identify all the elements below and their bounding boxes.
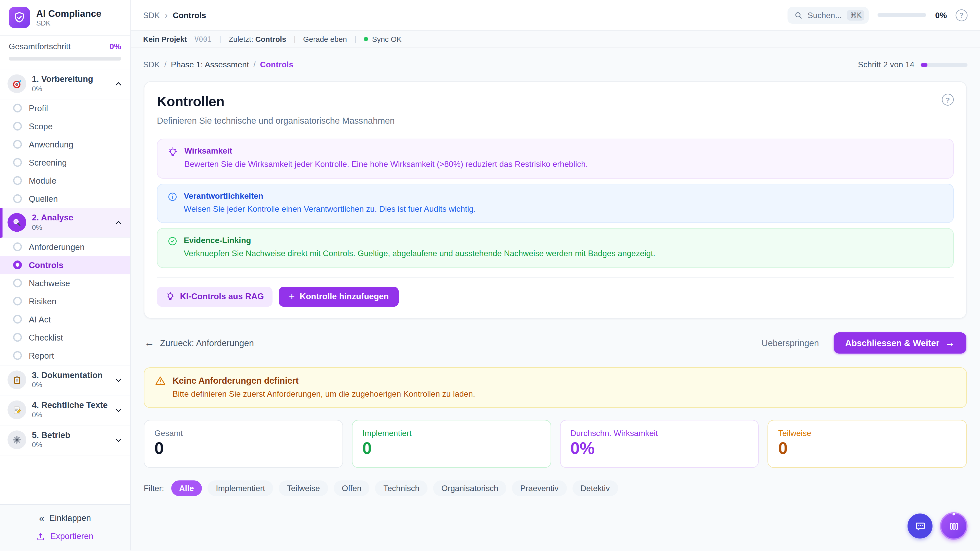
app-subtitle: SDK [36,19,101,27]
radio-circle-icon [13,195,22,203]
add-control-button[interactable]: + Kontrolle hinzufuegen [279,286,399,306]
sidebar-item-report[interactable]: Report [0,347,130,365]
divider: | [294,35,296,43]
info-icon [167,192,177,214]
step-indicator: Schritt 2 von 14 [858,60,915,69]
project-version: V001 [194,35,212,43]
section-label: 3. Dokumentation [32,370,103,381]
chevron-up-icon [115,219,123,227]
overall-progress: Gesamtfortschritt 0% [0,36,130,69]
overall-progress-bar [9,57,121,61]
radio-circle-icon [13,351,22,360]
filter-pill-praeventiv[interactable]: Praeventiv [512,481,566,496]
chat-bubble-icon [914,520,926,532]
kontrollen-card: Kontrollen Definieren Sie technische und… [144,81,967,318]
sidebar-item-nachweise[interactable]: Nachweise [0,274,130,292]
last-saved-time: Gerade eben [303,35,347,43]
sidebar-section-dokumentation[interactable]: 3. Dokumentation 0% [0,365,130,395]
search-icon [794,11,803,19]
ki-controls-rag-button[interactable]: KI-Controls aus RAG [157,286,273,306]
radio-selected-icon [13,261,22,269]
breadcrumb-sdk[interactable]: SDK [143,10,160,20]
section-label: 4. Rechtliche Texte [32,400,108,411]
sidebar-item-scope[interactable]: Scope [0,118,130,135]
sidebar-header: AI Compliance SDK [0,0,130,36]
radio-circle-icon [13,243,22,251]
filter-pill-organisatorisch[interactable]: Organisatorisch [433,481,507,496]
breadcrumb-phase[interactable]: Phase 1: Assessment [171,60,249,69]
filter-pill-technisch[interactable]: Technisch [375,481,428,496]
page-subtitle: Definieren Sie technische und organisato… [157,116,395,125]
export-button[interactable]: Exportieren [37,532,94,541]
header-progress-bar [878,13,926,17]
radio-circle-icon [13,279,22,287]
skip-button[interactable]: Ueberspringen [762,338,819,348]
sync-ok-dot-icon [364,37,368,41]
last-visited: Zuletzt: Controls [229,35,286,43]
stats-row: Gesamt 0 Implementiert 0 Durchschn. Wirk… [144,420,967,468]
sidebar-section-betrieb[interactable]: 5. Betrieb 0% [0,426,130,456]
sidebar-item-anforderungen[interactable]: Anforderungen [0,238,130,256]
section-percent: 0% [32,411,108,420]
stat-card-implementiert: Implementiert 0 [352,420,551,468]
collapse-sidebar-button[interactable]: « Einklappen [39,513,91,524]
chat-fab-button[interactable] [907,513,932,538]
board-fab-button[interactable] [940,512,967,540]
tip-wirksamkeit: Wirksamkeit Bewerten Sie die Wirksamkeit… [157,139,954,179]
sidebar-item-profil[interactable]: Profil [0,99,130,118]
sidebar-section-analyse[interactable]: 2. Analyse 0% [0,208,130,238]
warning-triangle-icon [155,375,165,399]
sidebar-item-screening[interactable]: Screening [0,154,130,171]
warning-title: Keine Anforderungen definiert [172,375,475,385]
page-header: SDK / Phase 1: Assessment / Controls Sch… [130,48,980,81]
help-icon[interactable]: ? [956,9,967,21]
magnifier-icon [7,213,26,232]
card-help-icon[interactable]: ? [942,94,954,106]
columns-icon [948,521,959,531]
lightbulb-icon [165,292,175,301]
filter-pill-detektiv[interactable]: Detektiv [573,481,618,496]
finish-next-button[interactable]: Abschliessen & Weiter → [834,332,966,353]
step-progress-bar [921,63,967,67]
sidebar-item-checklist[interactable]: Checklist [0,329,130,347]
header-progress-value: 0% [935,10,947,20]
chevron-up-icon [115,80,123,88]
radio-circle-icon [13,333,22,342]
search-button[interactable]: Suchen... ⌘K [788,6,869,24]
warning-text: Bitte definieren Sie zuerst Anforderunge… [172,389,475,399]
chevron-down-icon [115,436,123,444]
project-name: Kein Projekt [143,35,187,43]
gear-icon [7,430,26,449]
sync-status: Sync OK [364,35,402,43]
filter-row: Filter: Alle Implementiert Teilweise Off… [144,481,967,496]
project-status-bar: Kein Projekt V001 | Zuletzt: Controls | … [130,30,980,48]
filter-pill-implementiert[interactable]: Implementiert [208,481,273,496]
sidebar-item-module[interactable]: Module [0,171,130,190]
filter-pill-offen[interactable]: Offen [334,481,369,496]
plus-icon: + [289,292,295,302]
section-percent: 0% [32,85,93,94]
chevron-down-icon [115,406,123,414]
page-content: Kontrollen Definieren Sie technische und… [130,81,980,550]
radio-circle-icon [13,122,22,131]
chevron-down-icon [115,376,123,384]
upload-icon [37,532,45,540]
sidebar-section-rechtliche-texte[interactable]: 4. Rechtliche Texte 0% [0,395,130,426]
back-link[interactable]: ← Zurueck: Anforderungen [145,338,254,348]
sidebar-item-ai-act[interactable]: AI Act [0,310,130,329]
page-breadcrumb: SDK / Phase 1: Assessment / Controls [143,60,293,69]
sidebar-item-quellen[interactable]: Quellen [0,190,130,208]
sidebar-section-vorbereitung[interactable]: 1. Vorbereitung 0% [0,69,130,100]
sidebar-item-risiken[interactable]: Risiken [0,292,130,310]
filter-label: Filter: [144,484,164,493]
breadcrumb-sdk[interactable]: SDK [143,60,160,69]
overall-progress-label: Gesamtfortschritt [9,42,70,51]
sidebar-item-anwendung[interactable]: Anwendung [0,135,130,154]
section-percent: 0% [32,224,73,232]
filter-pill-teilweise[interactable]: Teilweise [279,481,328,496]
sidebar-item-controls[interactable]: Controls [0,256,130,274]
filter-pill-alle[interactable]: Alle [171,481,202,496]
stat-card-gesamt: Gesamt 0 [144,420,343,468]
card-actions: KI-Controls aus RAG + Kontrolle hinzufue… [157,286,954,306]
target-icon [7,75,26,94]
